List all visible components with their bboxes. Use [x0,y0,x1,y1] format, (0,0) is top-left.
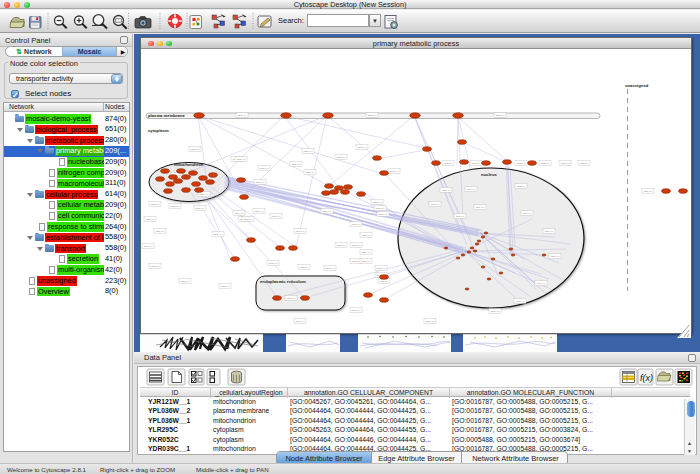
svg-text:[GO:44]: [GO:44] [517,162,526,165]
svg-text:[GO:44]: [GO:44] [200,193,209,196]
svg-text:[GO:44]: [GO:44] [431,203,440,206]
svg-text:[GO:44]: [GO:44] [444,162,453,165]
svg-text:[GO:44]: [GO:44] [306,171,315,174]
svg-text:[GO:44]: [GO:44] [304,150,313,153]
svg-text:[GO:44]: [GO:44] [644,190,653,193]
svg-text:[GO:44]: [GO:44] [181,280,190,283]
svg-text:[GO:44]: [GO:44] [373,201,382,204]
svg-text:[GO:44]: [GO:44] [517,185,526,188]
svg-text:[GO:44]: [GO:44] [337,244,346,247]
svg-text:[GO:44]: [GO:44] [269,262,278,265]
svg-text:[GO:44]: [GO:44] [151,265,160,268]
svg-text:[GO:44]: [GO:44] [296,230,305,233]
svg-text:[GO:44]: [GO:44] [237,158,246,161]
svg-text:[GO:44]: [GO:44] [323,210,332,213]
svg-text:mitochondrion: mitochondrion [174,162,204,167]
svg-text:[GO:44]: [GO:44] [256,181,265,184]
svg-text:[GO:44]: [GO:44] [244,218,253,221]
svg-text:[GO:44]: [GO:44] [287,297,296,300]
svg-text:[GO:44]: [GO:44] [300,266,309,269]
svg-text:cytoplasm: cytoplasm [148,128,169,133]
svg-text:[GO:44]: [GO:44] [537,282,546,285]
svg-text:[GO:44]: [GO:44] [380,280,389,283]
svg-text:[GO:44]: [GO:44] [352,244,361,247]
svg-text:[GO:44]: [GO:44] [151,203,160,206]
svg-text:[GO:44]: [GO:44] [491,310,500,313]
svg-text:[GO:44]: [GO:44] [260,167,269,170]
svg-text:[GO:44]: [GO:44] [337,156,346,159]
svg-text:[GO:44]: [GO:44] [235,212,244,215]
svg-text:[GO:44]: [GO:44] [352,309,361,312]
svg-text:[GO:44]: [GO:44] [516,300,525,303]
svg-text:[GO:44]: [GO:44] [376,207,385,210]
svg-text:[GO:44]: [GO:44] [196,207,205,210]
svg-text:[GO:44]: [GO:44] [292,163,301,166]
svg-text:[GO:44]: [GO:44] [362,251,371,254]
svg-text:[GO:44]: [GO:44] [377,267,386,270]
svg-text:[GO:44]: [GO:44] [390,170,399,173]
svg-text:[GO:44]: [GO:44] [368,114,377,117]
svg-text:[GO:44]: [GO:44] [541,162,550,165]
svg-text:unassigned: unassigned [625,83,649,88]
svg-text:plasma membrane: plasma membrane [148,113,185,118]
svg-text:[GO:44]: [GO:44] [156,230,165,233]
svg-text:[GO:44]: [GO:44] [171,205,180,208]
svg-text:[GO:44]: [GO:44] [144,245,153,248]
svg-text:[GO:44]: [GO:44] [476,206,485,209]
svg-text:nucleus: nucleus [481,172,497,177]
svg-text:[GO:44]: [GO:44] [580,162,589,165]
svg-text:[GO:44]: [GO:44] [551,255,560,258]
svg-text:[GO:44]: [GO:44] [442,189,451,192]
svg-text:[GO:44]: [GO:44] [221,285,230,288]
svg-text:[GO:44]: [GO:44] [191,148,200,151]
svg-text:[GO:44]: [GO:44] [467,188,476,191]
svg-text:[GO:44]: [GO:44] [352,260,361,263]
svg-text:[GO:44]: [GO:44] [545,230,554,233]
svg-text:[GO:44]: [GO:44] [362,234,371,237]
svg-text:f(x): f(x) [640,373,653,383]
svg-text:[GO:44]: [GO:44] [214,233,223,236]
svg-text:[GO:44]: [GO:44] [379,213,388,216]
svg-text:[GO:44]: [GO:44] [352,223,361,226]
svg-text:[GO:44]: [GO:44] [561,162,570,165]
svg-text:[GO:44]: [GO:44] [272,215,281,218]
svg-text:[GO:44]: [GO:44] [146,218,155,221]
svg-text:[GO:44]: [GO:44] [255,210,264,213]
svg-text:[GO:44]: [GO:44] [326,267,335,270]
svg-text:[GO:44]: [GO:44] [472,162,481,165]
svg-text:[GO:44]: [GO:44] [362,260,371,263]
svg-text:[GO:44]: [GO:44] [456,215,465,218]
svg-text:[GO:44]: [GO:44] [358,146,367,149]
svg-text:[GO:44]: [GO:44] [523,212,532,215]
svg-text:[GO:44]: [GO:44] [426,320,435,323]
svg-text:[GO:44]: [GO:44] [296,320,305,323]
svg-text:[GO:44]: [GO:44] [496,114,505,117]
svg-text:[GO:44]: [GO:44] [238,114,247,117]
